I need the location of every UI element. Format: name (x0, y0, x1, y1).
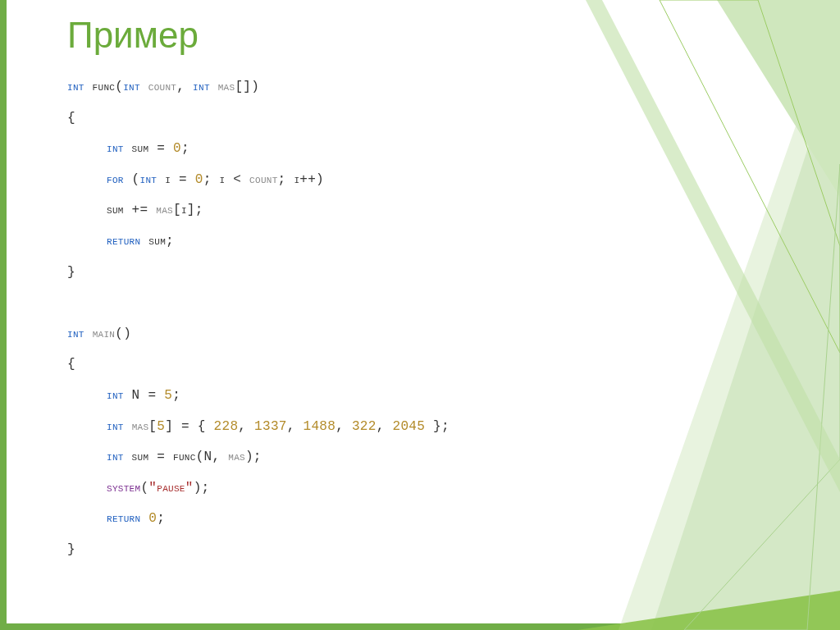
code-line: return sum; (67, 226, 641, 258)
code-block: int func(int count, int mas[]) { int sum… (67, 72, 641, 566)
keyword-int: int (67, 80, 84, 94)
token: , (287, 419, 304, 434)
keyword-return: return (107, 234, 140, 249)
accent-bar-left (0, 0, 7, 630)
code-line: int func(int count, int mas[]) (67, 72, 641, 103)
token: ; (172, 388, 180, 403)
svg-marker-0 (619, 0, 840, 630)
fn-system: system (107, 481, 140, 495)
keyword-int: int (107, 450, 124, 464)
token: ] = { (165, 419, 213, 434)
token: ( (124, 172, 140, 187)
token (84, 326, 93, 341)
code-line: int N = 5; (67, 381, 641, 412)
number: 2045 (392, 419, 425, 434)
token: i = (157, 172, 195, 187)
code-line: system("pause"); (67, 473, 641, 504)
token: ; (181, 141, 189, 156)
var-count: count (249, 172, 278, 187)
keyword-int: int (140, 172, 158, 187)
token: func( (84, 80, 123, 94)
keyword-int: int (107, 419, 124, 434)
keyword-return: return (107, 511, 140, 526)
svg-marker-3 (717, 0, 840, 197)
blank-line (67, 288, 641, 319)
svg-marker-1 (651, 49, 840, 630)
token: [ (148, 419, 157, 434)
code-line: } (67, 258, 641, 289)
brace: } (67, 265, 75, 280)
token: }; (425, 419, 450, 434)
code-line: int mas[5] = { 228, 1337, 1488, 322, 204… (67, 412, 641, 443)
token: []) (235, 80, 259, 94)
code-line: int sum = func(N, mas); (67, 442, 641, 473)
slide-title: Пример (67, 15, 199, 56)
token: N = (124, 388, 165, 403)
token: [i]; (173, 203, 203, 217)
code-line: int main() (67, 319, 641, 350)
keyword-int: int (107, 141, 124, 156)
number: 0 (173, 141, 181, 156)
token: ; i < (203, 172, 249, 187)
token: ; (157, 511, 165, 526)
code-line: return 0; (67, 504, 641, 535)
param-mas: mas (210, 80, 235, 94)
var-mas: mas (156, 203, 173, 217)
string-literal: "pause" (148, 481, 193, 495)
brace: { (67, 111, 75, 126)
code-line: for (int i = 0; i < count; i++) (67, 165, 641, 196)
keyword-int: int (107, 388, 124, 403)
token (140, 511, 148, 526)
slide: Пример int func(int count, int mas[]) { … (0, 0, 840, 630)
token: ); (194, 481, 210, 495)
token: sum += (107, 203, 156, 217)
keyword-int: int (67, 326, 84, 341)
code-line: sum += mas[i]; (67, 195, 641, 226)
number: 0 (195, 172, 203, 187)
var-mas: mas (132, 419, 149, 434)
param-count: count (140, 80, 176, 94)
code-line: { (67, 103, 641, 135)
code-line: } (67, 535, 641, 566)
code-line: { (67, 349, 641, 381)
token: ); (245, 450, 262, 464)
token: , (377, 419, 393, 434)
token: sum = (124, 141, 173, 156)
keyword-int: int (123, 80, 140, 94)
number: 228 (214, 419, 239, 434)
brace: { (67, 357, 75, 372)
fn-main: main (93, 326, 116, 341)
token: ; i++) (278, 172, 324, 187)
token: sum = func(N, (124, 450, 229, 464)
code-line: int sum = 0; (67, 134, 641, 165)
keyword-int: int (193, 80, 210, 94)
number: 1488 (304, 419, 336, 434)
number: 322 (352, 419, 377, 434)
number: 5 (157, 419, 165, 434)
number: 5 (164, 388, 172, 403)
token: sum; (140, 234, 174, 249)
token: ( (140, 481, 148, 495)
brace: } (67, 542, 75, 557)
number: 0 (148, 511, 157, 526)
token: () (115, 326, 131, 341)
token: , (176, 80, 193, 94)
token: , (336, 419, 352, 434)
accent-bar-bottom (0, 623, 840, 630)
token (124, 419, 132, 434)
keyword-for: for (107, 172, 124, 187)
svg-marker-4 (660, 0, 840, 353)
token: , (238, 419, 254, 434)
number: 1337 (254, 419, 287, 434)
var-mas: mas (228, 450, 245, 464)
svg-marker-5 (684, 164, 840, 630)
